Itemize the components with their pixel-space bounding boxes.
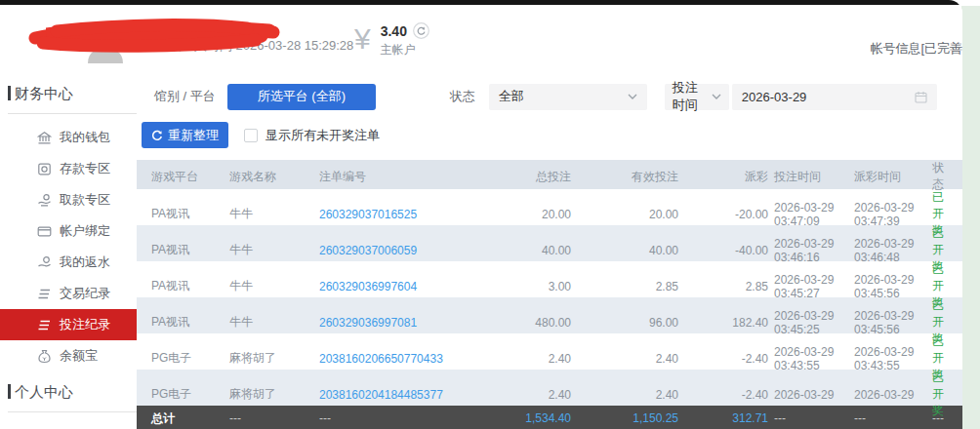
cell-game: 麻将胡了 [229,386,319,403]
account-type-label: 主帐户 [381,42,429,58]
rebate-coin-icon [37,255,52,270]
action-row: 重新整理 显示所有未开奖注单 [137,122,962,148]
total-label: 总计 [151,410,229,427]
cell-payout-time: 2026-03-29 03:47:39 [848,201,922,228]
cell-bet-id-link[interactable]: 2038160204184485377 [319,388,466,402]
account-info-link[interactable]: 帐号信息[已完善 [870,40,962,58]
header-bet-time: 投注时间 [768,169,848,185]
cell-platform: PA视讯 [151,242,229,258]
bank-icon [37,131,52,145]
cell-bet-id-link[interactable]: 260329036997081 [319,316,466,330]
platform-select-button[interactable]: 所选平台 (全部) [227,84,376,110]
list-icon [37,318,52,332]
checkbox-unchecked[interactable] [244,129,258,142]
hand-coin-icon [37,193,52,208]
screenshot-stage: 上次登入时间 2026-03-28 15:29:28 ¥ 3.40 [0,0,980,429]
cell-payout: 182.40 [678,316,768,330]
desktop-background-edge [961,6,980,429]
yen-icon: ¥ [354,22,371,56]
cell-platform: PA视讯 [151,314,229,331]
refresh-icon [151,130,163,141]
total-payout-amount: 312.71 [678,411,768,425]
status-select-value: 全部 [499,88,524,105]
cell-game: 牛牛 [229,278,319,294]
cell-payout-time: 2026-03-29 03:46:48 [848,237,922,264]
refresh-button[interactable]: 重新整理 [142,122,228,148]
total-payout-time: --- [848,411,922,425]
cell-payout-time: 2026-03-29 03:45:56 [848,309,922,336]
table-body: PA视讯 牛牛 260329037016525 20.00 20.00 -20.… [137,189,962,406]
cell-bet-time: 2026-03-29 03:45:27 [768,273,848,300]
date-picker-input[interactable]: 2026-03-29 [732,84,937,110]
cell-bet-id-link[interactable]: 2038160206650770433 [319,352,466,366]
cell-game: 牛牛 [229,314,319,331]
sidebar-item-withdrawal-zone[interactable]: 取款专区 [0,184,137,215]
cell-valid: 2.40 [571,352,678,366]
sidebar-item-betting-records[interactable]: 投注纪录 [0,309,137,340]
sidebar-item-transaction-records[interactable]: 交易纪录 [0,278,137,309]
platform-filter-label: 馆别 / 平台 [154,88,216,105]
cell-payout: -40.00 [678,244,768,257]
cell-payout-time: 2026-03-29 [848,388,922,402]
show-unsettled-checkbox-row[interactable]: 显示所有未开奖注单 [244,127,380,144]
header-status: 状态 [922,160,955,193]
sidebar-item-account-binding[interactable]: 帐户绑定 [0,215,137,247]
checkbox-label: 显示所有未开奖注单 [265,127,380,144]
total-valid-amount: 1,150.25 [571,411,678,425]
header-valid: 有效投注 [571,169,678,185]
sidebar-item-my-wallet[interactable]: 我的钱包 [0,122,137,153]
status-filter-label: 状态 [450,88,475,105]
cell-valid: 20.00 [571,208,678,221]
sidebar-item-label: 帐户绑定 [60,222,110,240]
cell-payout-time: 2026-03-29 03:45:56 [848,273,922,300]
bet-time-type-select[interactable]: 投注时间 [665,84,729,110]
sidebar-item-site-announcements[interactable]: 网站公告 [0,420,137,429]
sidebar-item-my-rebate[interactable]: 我的返水 [0,247,137,278]
cell-platform: PA视讯 [151,206,229,222]
refresh-balance-icon[interactable] [413,22,429,39]
bet-time-type-value: 投注时间 [673,79,708,114]
total-status: --- [922,411,955,425]
page-layout: 财务中心 我的钱包 存款专区 取款专区 帐户绑定 [0,65,962,429]
cell-bet-id-link[interactable]: 260329036997604 [319,280,466,293]
cell-payout: -2.40 [678,352,768,366]
cell-game: 牛牛 [229,206,319,222]
sidebar-section-personal: 个人中心 [8,383,137,412]
sidebar-item-deposit-zone[interactable]: 存款专区 [0,153,137,184]
table-row: PA视讯 牛牛 260329037006059 40.00 40.00 -40.… [137,225,962,261]
total-game: --- [229,411,319,425]
cell-bet-time: 2026-03-29 03:46:16 [768,237,848,264]
cell-valid: 96.00 [571,316,678,330]
sidebar-item-label: 存款专区 [60,160,110,177]
balance-amount: 3.40 [381,23,407,39]
cell-bet-time: 2026-03-29 03:43:55 [768,345,848,372]
chevron-down-icon [628,94,637,99]
table-header-row: 游戏平台 游戏名称 注单编号 总投注 有效投注 派彩 投注时间 派彩时间 状态 [137,160,962,189]
money-bag-icon [37,349,52,364]
app-window: 上次登入时间 2026-03-28 15:29:28 ¥ 3.40 [0,0,962,429]
chevron-down-icon [712,94,721,99]
sidebar-item-label: 我的钱包 [60,129,110,146]
bank-card-icon [37,224,52,239]
total-bet-id: --- [319,411,466,425]
calendar-icon [915,91,927,103]
cell-total: 20.00 [466,208,571,221]
cell-total: 3.00 [466,280,571,293]
cell-valid: 2.40 [571,388,678,402]
cell-payout: -20.00 [678,208,768,221]
list-icon [37,287,52,301]
balance-widget: ¥ 3.40 主帐户 [354,22,429,58]
cell-valid: 40.00 [571,244,678,257]
sidebar-item-yuebao[interactable]: 余额宝 [0,340,137,371]
cell-bet-id-link[interactable]: 260329037006059 [319,244,466,257]
sidebar-item-label: 余额宝 [60,347,98,365]
cell-bet-id-link[interactable]: 260329037016525 [319,208,466,221]
table-row: PG电子 麻将胡了 2038160206650770433 2.40 2.40 … [137,333,962,370]
cell-total: 40.00 [466,244,571,257]
header-platform: 游戏平台 [151,169,229,185]
sidebar-item-label: 取款专区 [60,191,110,209]
sidebar-item-label: 投注纪录 [60,316,110,333]
filter-row: 馆别 / 平台 所选平台 (全部) 状态 全部 投注时间 2026-03-29 [137,83,962,110]
cell-total: 2.40 [466,388,571,402]
status-select[interactable]: 全部 [489,84,647,110]
